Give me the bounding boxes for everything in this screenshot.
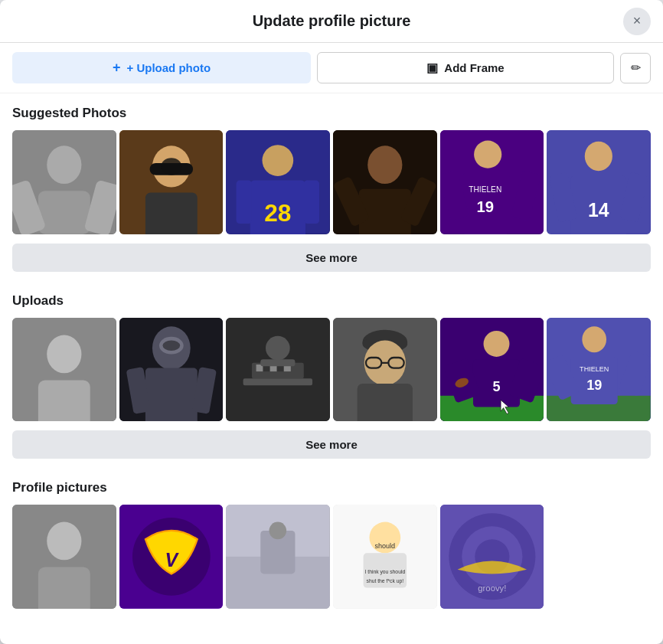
svg-point-40 [162, 340, 180, 351]
add-frame-button[interactable]: ▣ Add Frame [317, 52, 614, 83]
suggested-photo-2[interactable] [119, 130, 224, 234]
suggested-photos-title: Suggested Photos [12, 106, 651, 121]
suggested-photos-grid: 28 [12, 130, 651, 234]
svg-point-1 [47, 145, 81, 184]
suggested-photo-3[interactable]: 28 [226, 130, 330, 234]
edit-button[interactable]: ✏ [620, 53, 651, 83]
suggested-photos-section: Suggested Photos [12, 106, 651, 287]
svg-rect-81 [38, 567, 90, 609]
svg-text:V: V [165, 550, 179, 571]
svg-text:shut the f*ck up!: shut the f*ck up! [367, 578, 404, 584]
profile-photo-2[interactable]: V [119, 505, 224, 609]
svg-point-52 [266, 335, 290, 360]
uploads-see-more-button[interactable]: See more [12, 430, 651, 459]
svg-text:I think you should: I think you should [365, 570, 406, 576]
profile-pictures-title: Profile pictures [12, 480, 651, 495]
upload-photo-5[interactable]: 5 [440, 318, 544, 422]
svg-rect-14 [237, 181, 252, 224]
pencil-icon: ✏ [631, 60, 641, 75]
profile-photo-1[interactable] [12, 505, 116, 609]
svg-point-22 [474, 141, 501, 168]
svg-text:14: 14 [588, 199, 609, 221]
upload-photo-4[interactable] [333, 318, 437, 422]
update-profile-picture-modal: Update profile picture × + + Upload phot… [0, 0, 663, 644]
upload-photo-6[interactable]: 19 THIELEN [547, 318, 651, 422]
svg-text:THIELEN: THIELEN [580, 365, 609, 373]
frame-icon: ▣ [426, 60, 438, 75]
modal-header: Update profile picture × [0, 0, 663, 43]
svg-point-9 [161, 158, 181, 175]
svg-rect-8 [145, 192, 198, 234]
svg-rect-45 [243, 378, 312, 385]
uploads-title: Uploads [12, 293, 651, 309]
suggested-photo-6[interactable]: 14 [547, 130, 651, 234]
svg-text:groovy!: groovy! [478, 584, 506, 593]
upload-photo-label: + Upload photo [126, 61, 211, 74]
svg-rect-36 [38, 380, 90, 421]
svg-text:19: 19 [586, 378, 602, 393]
svg-point-80 [47, 522, 81, 561]
upload-plus-icon: + [113, 60, 121, 76]
add-frame-label: Add Frame [444, 61, 504, 74]
uploads-section: Uploads [12, 293, 651, 475]
suggested-photo-4[interactable] [333, 130, 437, 234]
svg-text:should: should [375, 542, 396, 550]
svg-point-11 [263, 145, 294, 176]
profile-pictures-section: Profile pictures [12, 480, 651, 609]
svg-rect-41 [145, 368, 198, 421]
upload-photo-2[interactable] [119, 318, 224, 422]
profile-pictures-grid: V [12, 505, 651, 609]
svg-rect-15 [304, 181, 319, 224]
svg-text:5: 5 [492, 379, 500, 394]
svg-rect-53 [261, 359, 296, 366]
svg-rect-2 [38, 191, 90, 234]
modal-title: Update profile picture [253, 12, 411, 30]
upload-photo-3[interactable] [226, 318, 330, 422]
svg-point-17 [367, 145, 402, 184]
svg-point-29 [585, 142, 612, 171]
suggested-photo-1[interactable] [12, 130, 116, 234]
profile-photo-5[interactable]: groovy! [440, 505, 544, 609]
profile-photo-3[interactable] [226, 505, 330, 609]
svg-text:28: 28 [265, 199, 292, 227]
suggested-see-more-button[interactable]: See more [12, 244, 651, 272]
uploads-photo-grid: 5 [12, 318, 651, 422]
suggested-photo-5[interactable]: 19 THIELEN [440, 130, 544, 234]
modal-content: Suggested Photos [0, 93, 663, 630]
svg-rect-88 [269, 522, 287, 540]
svg-rect-18 [359, 189, 411, 234]
close-button[interactable]: × [623, 8, 651, 35]
svg-text:19: 19 [476, 198, 494, 215]
svg-point-35 [47, 335, 81, 373]
toolbar: + + Upload photo ▣ Add Frame ✏ [0, 43, 663, 93]
upload-photo-1[interactable] [12, 318, 116, 422]
svg-point-64 [483, 331, 509, 357]
upload-photo-button[interactable]: + + Upload photo [12, 52, 311, 83]
svg-text:THIELEN: THIELEN [469, 185, 501, 194]
profile-photo-4[interactable]: should I think you should shut the f*ck … [333, 505, 437, 609]
svg-rect-61 [358, 384, 413, 422]
svg-point-73 [583, 326, 607, 352]
